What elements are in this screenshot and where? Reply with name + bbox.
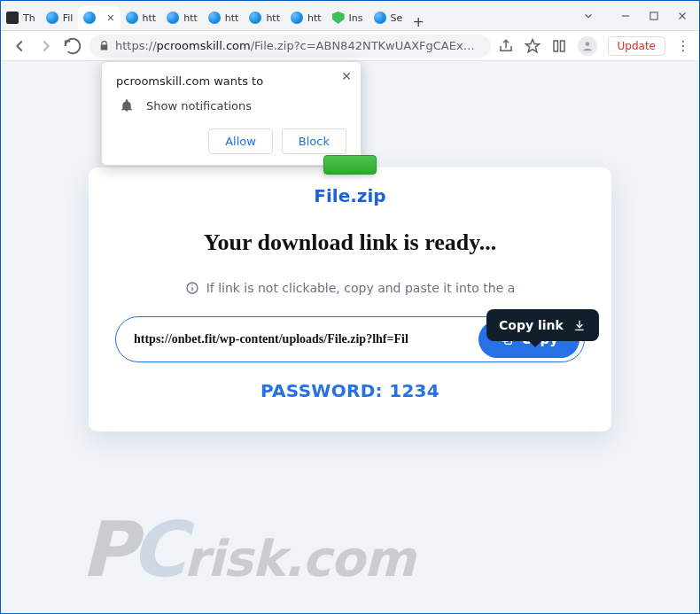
- chevron-down-icon[interactable]: [582, 10, 595, 22]
- minimize-icon[interactable]: [619, 10, 632, 22]
- favicon-globe-icon: [167, 12, 179, 24]
- tab-label: htt: [225, 12, 239, 24]
- download-url[interactable]: https://onbet.fit/wp-content/uploads/Fil…: [134, 332, 478, 346]
- favicon-dark-icon: [6, 12, 19, 24]
- favicon-globe-icon: [374, 12, 386, 24]
- reading-list-icon[interactable]: [551, 38, 567, 54]
- star-icon[interactable]: [525, 38, 541, 54]
- watermark-p: P: [81, 505, 136, 594]
- svg-rect-1: [650, 12, 657, 19]
- allow-button[interactable]: Allow: [208, 128, 273, 154]
- favicon-globe-icon: [249, 12, 261, 24]
- tab-8[interactable]: Ins: [327, 5, 369, 30]
- url-host: pcroomskill.com: [157, 39, 251, 52]
- file-icon: [323, 155, 377, 175]
- reload-button[interactable]: [63, 36, 82, 56]
- permission-row: Show notifications: [116, 98, 346, 113]
- tab-label: htt: [266, 12, 280, 24]
- tab-1[interactable]: Fil: [41, 5, 79, 30]
- svg-point-7: [585, 42, 589, 46]
- tab-5[interactable]: htt: [203, 5, 245, 30]
- url-text: https://pcroomskill.com/File.zip?c=ABN84…: [115, 39, 482, 52]
- headline-label: Your download link is ready...: [115, 229, 585, 256]
- share-icon[interactable]: [498, 38, 514, 54]
- window-controls: [572, 1, 699, 30]
- tab-6[interactable]: htt: [244, 5, 285, 30]
- tab-label: htt: [183, 12, 198, 24]
- permission-text: Show notifications: [146, 99, 252, 113]
- tab-9[interactable]: Se: [369, 5, 408, 30]
- tab-0[interactable]: Th: [1, 5, 41, 30]
- close-window-icon[interactable]: [676, 10, 688, 22]
- bell-icon: [120, 98, 134, 113]
- svg-rect-5: [554, 41, 558, 51]
- tab-strip: Th Fil ✕ htt htt htt htt htt: [1, 1, 572, 30]
- browser-toolbar: https://pcroomskill.com/File.zip?c=ABN84…: [1, 31, 699, 61]
- tab-label: Th: [23, 12, 35, 24]
- download-arrow-icon: [572, 318, 587, 332]
- permission-actions: Allow Block: [116, 128, 346, 154]
- watermark: P C risk.com: [81, 505, 415, 594]
- lock-icon: [98, 40, 110, 51]
- profile-avatar-icon[interactable]: [578, 36, 597, 56]
- tooltip-label: Copy link: [499, 318, 564, 332]
- address-bar[interactable]: https://pcroomskill.com/File.zip?c=ABN84…: [89, 35, 491, 58]
- tab-label: Fil: [63, 12, 74, 24]
- download-card: File.zip Your download link is ready... …: [89, 167, 611, 431]
- notification-permission-dialog: ✕ pcroomskill.com wants to Show notifica…: [101, 61, 362, 166]
- url-path: /File.zip?c=ABN842NTKwUAXFgCAExUFwASAH…: [251, 39, 482, 52]
- tab-label: Ins: [349, 12, 363, 24]
- block-button[interactable]: Block: [282, 128, 346, 154]
- url-scheme: https://: [115, 39, 157, 52]
- back-button[interactable]: [10, 36, 29, 56]
- tab-label: htt: [307, 12, 322, 24]
- tab-7[interactable]: htt: [285, 5, 327, 30]
- tab-close-icon[interactable]: ✕: [106, 12, 114, 24]
- favicon-globe-icon: [46, 12, 58, 24]
- tab-label: htt: [143, 12, 157, 24]
- tab-4[interactable]: htt: [161, 5, 203, 30]
- watermark-c: C: [130, 505, 185, 594]
- permission-origin: pcroomskill.com wants to: [116, 74, 346, 88]
- browser-titlebar: Th Fil ✕ htt htt htt htt htt: [1, 1, 699, 31]
- close-icon[interactable]: ✕: [341, 69, 352, 83]
- forward-button[interactable]: [36, 36, 56, 56]
- svg-rect-6: [560, 41, 564, 51]
- favicon-shield-icon: [332, 12, 345, 24]
- tab-2-active[interactable]: ✕: [78, 5, 120, 30]
- favicon-globe-icon: [208, 12, 221, 24]
- filename-label: File.zip: [115, 185, 585, 206]
- favicon-globe-icon: [291, 12, 303, 24]
- copy-link-tooltip: Copy link: [486, 309, 599, 341]
- new-tab-button[interactable]: +: [408, 13, 429, 30]
- favicon-globe-icon: [83, 12, 96, 24]
- favicon-globe-icon: [126, 12, 138, 24]
- maximize-icon[interactable]: [648, 10, 660, 22]
- svg-point-10: [191, 284, 192, 285]
- tab-label: Se: [391, 12, 403, 24]
- svg-marker-4: [525, 39, 539, 51]
- hint-row: If link is not clickable, copy and paste…: [115, 281, 585, 295]
- update-button[interactable]: Update: [608, 36, 665, 56]
- watermark-rest: risk.com: [183, 530, 415, 587]
- tab-3[interactable]: htt: [121, 5, 162, 30]
- kebab-menu-icon[interactable]: ⋮: [676, 39, 690, 53]
- info-icon: [185, 281, 199, 295]
- hint-text: If link is not clickable, copy and paste…: [206, 281, 516, 295]
- password-label: PASSWORD: 1234: [115, 380, 585, 401]
- toolbar-right: Update ⋮: [498, 36, 690, 56]
